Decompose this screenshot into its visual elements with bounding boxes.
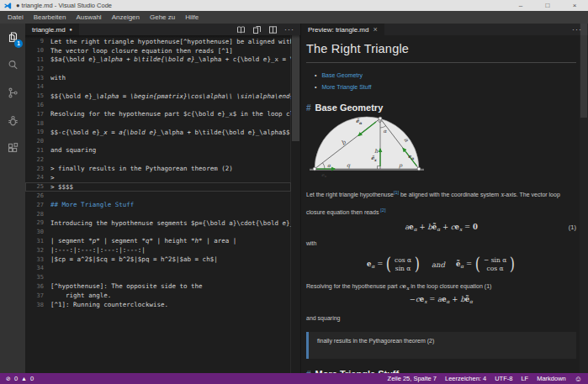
code-line-24[interactable]: 24> [25, 173, 291, 182]
line-text: > [50, 174, 291, 181]
code-line-35[interactable]: 35 [25, 273, 291, 282]
window-title: ● triangle.md - Visual Studio Code [16, 2, 112, 9]
code-line-31[interactable]: 31| segment *p* | segment *q* | height *… [25, 236, 291, 245]
line-number: 29 [25, 219, 44, 226]
split-editor-icon[interactable] [268, 25, 278, 34]
line-number: 37 [25, 292, 44, 299]
code-line-12[interactable]: 12 [25, 64, 291, 73]
tab-triangle-md[interactable]: triangle.md ● [25, 24, 79, 35]
line-text: Introducing the hypothenuse segments $p=… [50, 219, 291, 227]
code-line-27[interactable]: 27## More Triangle Stuff [25, 200, 291, 209]
editor-scrollbar-thumb[interactable] [292, 35, 299, 141]
line-number: 26 [25, 192, 44, 199]
code-line-9[interactable]: 9Let the right triangle hypothenuse[^hyp… [25, 37, 291, 46]
minimize-button[interactable]: – [507, 0, 534, 11]
triangle-figure: b a h q p α α eα ẽα ẽx ex [308, 115, 426, 181]
line-text: $$a{\bold e}_\alpha + b\tilde{\bold e}_\… [50, 55, 291, 63]
open-changes-icon[interactable] [252, 25, 262, 34]
code-line-14[interactable]: 14 [25, 82, 291, 92]
code-line-30[interactable]: 30 [25, 228, 291, 237]
toc-link-base-geometry[interactable]: Base Geometry [321, 70, 363, 82]
menu-bearbeiten[interactable]: Bearbeiten [29, 13, 72, 21]
preview-scrollbar[interactable] [580, 24, 588, 373]
code-line-16[interactable]: 16 [25, 100, 291, 109]
line-number: 8 [25, 35, 44, 36]
equation-resolved: −cex = aeα + bẽα [306, 295, 576, 304]
editor-group: triangle.md ● ··· 89Let the right trian [25, 24, 300, 373]
status-language-mode[interactable]: Markdown [537, 375, 566, 382]
menu-auswahl[interactable]: Auswahl [71, 13, 106, 21]
line-text: with [50, 74, 291, 82]
vscode-logo-icon [3, 2, 12, 10]
menu-datei[interactable]: Datei [3, 13, 29, 21]
status-eol[interactable]: LF [521, 375, 528, 382]
line-text: [^hypothenuse]: The opposite side to the [50, 282, 291, 290]
bullet-icon: • [315, 70, 316, 82]
menu-anzeigen[interactable]: Anzeigen [107, 13, 145, 21]
code-line-37[interactable]: 37 right angle. [25, 291, 291, 300]
code-line-13[interactable]: 13with [25, 73, 291, 82]
explorer-icon[interactable]: 1 [0, 24, 25, 51]
maximize-button[interactable]: □ [534, 0, 561, 11]
dirty-indicator-icon: ● [70, 27, 72, 32]
code-line-38[interactable]: 38[^1]: Running counterclockwise. [25, 300, 291, 309]
code-line-21[interactable]: 21and squaring [25, 145, 291, 155]
toc-link-more-triangle-stuff[interactable]: More Triangle Stuff [321, 82, 371, 93]
code-line-19[interactable]: 19$$-c{\bold e}_x = a{\bold e}_\alpha + … [25, 128, 291, 137]
table-of-contents: •Base Geometry•More Triangle Stuff [315, 70, 576, 93]
line-number: 23 [25, 166, 44, 172]
code-line-28[interactable]: 28 [25, 209, 291, 218]
code-line-18[interactable]: 18 [25, 118, 291, 128]
code-line-34[interactable]: 34 [25, 264, 291, 273]
line-number: 34 [25, 265, 44, 271]
source-control-icon[interactable] [0, 79, 25, 107]
extensions-icon[interactable] [0, 134, 25, 162]
code-editor[interactable]: 89Let the right triangle hypothenuse[^hy… [25, 35, 300, 373]
code-line-15[interactable]: 15$${\bold e}_\alpha = \begin{pmatrix}\c… [25, 92, 291, 101]
code-line-29[interactable]: 29Introducing the hypothenuse segments $… [25, 218, 291, 228]
debug-icon[interactable] [0, 107, 25, 134]
code-line-26[interactable]: 26 [25, 191, 291, 200]
menu-gehe-zu[interactable]: Gehe zu [145, 13, 180, 21]
toc-item: •Base Geometry [315, 70, 576, 82]
line-number: 18 [25, 120, 44, 127]
paragraph-intro-line1: Let the right triangle hypothenuse[1] be… [306, 186, 576, 203]
code-line-20[interactable]: 20 [25, 137, 291, 146]
warnings-count: 0 [30, 375, 34, 382]
preview-scrollbar-thumb[interactable] [580, 24, 587, 118]
line-number: 33 [25, 256, 44, 263]
explorer-badge: 1 [14, 39, 23, 48]
status-indentation[interactable]: Leerzeichen: 4 [445, 375, 486, 382]
code-line-17[interactable]: 17Resolving for the hypothenuse part $c{… [25, 109, 291, 118]
code-line-25[interactable]: 25> $$$$ [25, 182, 291, 192]
more-actions-icon[interactable]: ··· [284, 25, 294, 34]
code-line-23[interactable]: 23> finally results in the Pythagorean t… [25, 164, 291, 173]
menu-hilfe[interactable]: Hilfe [180, 13, 204, 21]
line-number: 28 [25, 211, 44, 218]
code-line-36[interactable]: 36[^hypothenuse]: The opposite side to t… [25, 281, 291, 291]
line-number: 10 [25, 47, 44, 54]
line-text: [^1]: Running counterclockwise. [50, 301, 291, 308]
code-line-10[interactable]: 10The vector loop closure equation then … [25, 46, 291, 55]
vscode-window: ● triangle.md - Visual Studio Code – □ ×… [0, 0, 588, 384]
line-number: 14 [25, 83, 44, 90]
line-number: 24 [25, 174, 44, 181]
code-line-11[interactable]: 11$$a{\bold e}_\alpha + b\tilde{\bold e}… [25, 55, 291, 64]
code-line-22[interactable]: 22 [25, 155, 291, 164]
tab-preview-triangle-md[interactable]: Preview: triangle.md × [301, 24, 384, 35]
editor-scrollbar[interactable] [290, 35, 300, 373]
menu-bar: DateiBearbeitenAuswahlAnzeigenGehe zuHil… [0, 11, 588, 24]
status-encoding[interactable]: UTF-8 [495, 375, 512, 382]
problems-status[interactable]: ⊘ 0 ▲ 0 [6, 375, 34, 382]
preview-tab-bar: Preview: triangle.md × ··· [301, 24, 588, 35]
code-line-32[interactable]: 32|:---:|:---:|:---:|:---:| [25, 245, 291, 255]
close-button[interactable]: × [561, 0, 588, 11]
status-cursor-position[interactable]: Zeile 25, Spalte 7 [388, 375, 437, 382]
open-preview-icon[interactable] [236, 25, 246, 34]
close-tab-icon[interactable]: × [373, 26, 377, 34]
line-number: 15 [25, 92, 44, 99]
feedback-smiley-icon[interactable]: ☺ [575, 375, 582, 383]
code-line-8[interactable]: 8 [25, 35, 291, 37]
search-icon[interactable] [0, 51, 25, 79]
code-line-33[interactable]: 33|$cp = a^2$|$cq = b^2$|$pq = h^2$|$ab … [25, 255, 291, 264]
